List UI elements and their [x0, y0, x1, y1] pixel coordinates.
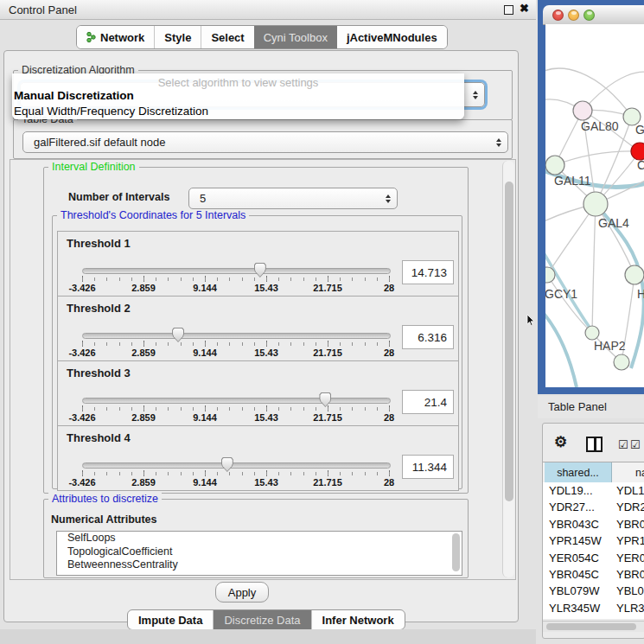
table-row[interactable]: YER054CYER0 — [543, 550, 644, 566]
table-panel: ⚙ ☑ ☑ shared... na YDL19...YDL1YDR27...Y… — [542, 423, 644, 639]
column-header-shared[interactable]: shared... — [545, 462, 612, 482]
table-cell: YIL0 — [616, 618, 640, 619]
tab-label: Cyni Toolbox — [264, 31, 328, 44]
tab-impute-data[interactable]: Impute Data — [128, 610, 213, 629]
horizontal-scrollbar[interactable] — [543, 621, 644, 632]
threshold-4-slider[interactable] — [82, 462, 391, 469]
threshold-2-panel: Threshold 2 -3.4262.8599.14415.4321.7152… — [57, 296, 459, 361]
table-cell: YDR2 — [616, 501, 644, 513]
attribute-item[interactable]: TopologicalCoefficient — [57, 545, 462, 559]
attribute-item[interactable]: SelfLoops — [57, 532, 462, 545]
checkbox-icon[interactable]: ☑ — [630, 438, 641, 451]
network-node[interactable] — [585, 326, 599, 340]
threshold-value-field[interactable]: 21.4 — [402, 390, 454, 414]
attributes-group: Attributes to discretize Numerical Attri… — [43, 499, 469, 578]
network-node[interactable] — [614, 354, 629, 370]
table-row[interactable]: YBR043CYBR0 — [543, 516, 644, 532]
scale-tick-label: 15.43 — [254, 283, 278, 293]
vertical-scrollbar[interactable] — [502, 161, 514, 577]
network-node[interactable] — [545, 156, 564, 175]
scale-tick-label: 9.144 — [193, 412, 217, 423]
scale-tick-label: 15.43 — [254, 477, 278, 488]
table-cell: YPR145W — [549, 534, 602, 547]
network-node-label: GCY1 — [545, 287, 577, 301]
table-cell: YPR1 — [616, 534, 644, 547]
network-node-label: C — [637, 158, 644, 172]
scale-tick-label: 2.859 — [131, 283, 156, 293]
table-row[interactable]: YLR345WYLR3 — [543, 600, 644, 616]
tab-style[interactable]: Style — [154, 26, 201, 48]
table-cell: YBR043C — [549, 518, 599, 531]
scale-tick-label: 15.43 — [254, 412, 278, 423]
table-row[interactable]: YPR145WYPR1 — [543, 532, 644, 549]
threshold-2-slider[interactable] — [82, 333, 391, 339]
checkbox-icon[interactable]: ☑ — [618, 438, 628, 451]
tab-infer-network[interactable]: Infer Network — [311, 610, 405, 629]
option-equal-width-frequency[interactable]: Equal Width/Frequency Discretization — [14, 105, 208, 118]
gear-icon[interactable]: ⚙ — [554, 433, 567, 451]
threshold-3-slider[interactable] — [82, 398, 391, 404]
combo-arrows-icon — [496, 138, 501, 147]
tab-label: Select — [211, 31, 244, 44]
network-node[interactable] — [631, 143, 644, 160]
scale-tick-label: 2.859 — [131, 348, 156, 358]
attribute-item[interactable]: BetweennessCentrality — [57, 558, 462, 572]
thresholds-group: Threshold's Coordinates for 5 Intervals … — [52, 215, 462, 489]
table-row[interactable]: YDL19...YDL1 — [543, 482, 644, 499]
table-row[interactable]: YIL052CYIL0 — [543, 616, 644, 619]
table-data-combobox[interactable]: galFiltered.sif default node — [22, 131, 508, 153]
float-window-icon[interactable] — [504, 5, 513, 15]
table-cell: YBR0 — [616, 568, 644, 581]
table-rows: YDL19...YDL1YDR27...YDR2YBR043CYBR0YPR14… — [543, 482, 644, 619]
apply-button[interactable]: Apply — [215, 582, 269, 603]
threshold-value-field[interactable]: 11.344 — [402, 455, 454, 479]
horizontal-scrollbar-thumb[interactable] — [546, 623, 636, 630]
network-window-titlebar[interactable] — [543, 5, 644, 25]
number-of-intervals-label: Number of Intervals — [68, 191, 169, 203]
table-cell: YBL079W — [549, 584, 600, 597]
threshold-value-field[interactable]: 14.713 — [402, 260, 454, 284]
option-manual-discretization[interactable]: Manual Discretization — [14, 89, 134, 102]
zoom-traffic-light-icon[interactable] — [583, 10, 595, 21]
tab-select[interactable]: Select — [201, 26, 253, 48]
table-row[interactable]: YBR045CYBR0 — [543, 566, 644, 583]
table-cell: YBR045C — [549, 568, 599, 581]
window-title: Control Panel — [9, 3, 77, 16]
tab-label: jActiveMNodules — [347, 31, 437, 44]
threshold-value-field[interactable]: 6.316 — [402, 325, 454, 349]
list-scrollbar-thumb[interactable] — [452, 533, 460, 571]
close-traffic-light-icon[interactable] — [552, 10, 564, 21]
minimize-traffic-light-icon[interactable] — [568, 10, 579, 21]
threshold-label: Threshold 4 — [67, 431, 131, 444]
number-of-intervals-value: 5 — [189, 192, 206, 205]
vertical-scrollbar-thumb[interactable] — [505, 182, 513, 501]
slider-scale: -3.4262.8599.14415.4321.71528 — [82, 283, 389, 293]
number-of-intervals-combobox[interactable]: 5 — [188, 188, 398, 209]
tab-jactivemnodules[interactable]: jActiveMNodules — [337, 26, 447, 48]
network-node[interactable] — [583, 192, 608, 216]
network-node[interactable] — [625, 265, 644, 284]
combo-arrows-icon — [386, 194, 391, 203]
table-data-value: galFiltered.sif default node — [23, 136, 165, 149]
threshold-1-slider[interactable] — [82, 268, 391, 274]
column-header-name[interactable]: na — [613, 462, 644, 482]
table-cell: YER054C — [549, 552, 599, 564]
numerical-attributes-list[interactable]: SelfLoopsTopologicalCoefficientBetweenne… — [56, 531, 462, 576]
control-panel-titlebar: Control Panel ✖ — [0, 0, 536, 20]
network-node[interactable] — [573, 101, 592, 120]
tab-network[interactable]: Network — [77, 26, 154, 48]
table-cell: YBR0 — [616, 518, 644, 531]
tab-discretize-data[interactable]: Discretize Data — [213, 610, 310, 629]
tab-cyni-toolbox[interactable]: Cyni Toolbox — [254, 26, 337, 48]
cyni-toolbox-panel: Discretization Algorithm Select algorith… — [3, 50, 519, 622]
close-window-icon[interactable]: ✖ — [520, 2, 529, 15]
network-canvas[interactable]: GAL80GACGAL11GAL4GCY1HHAP2 — [545, 24, 644, 387]
table-row[interactable]: YDR27...YDR2 — [543, 499, 644, 515]
scale-tick-label: 9.144 — [193, 283, 217, 293]
table-row[interactable]: YBL079WYBL0 — [543, 583, 644, 599]
scale-tick-label: -3.426 — [68, 283, 95, 293]
slider-scale: -3.4262.8599.14415.4321.71528 — [82, 348, 389, 358]
mouse-cursor — [526, 315, 535, 327]
split-columns-icon[interactable] — [586, 437, 603, 452]
table-cell: YDL1 — [616, 484, 644, 497]
